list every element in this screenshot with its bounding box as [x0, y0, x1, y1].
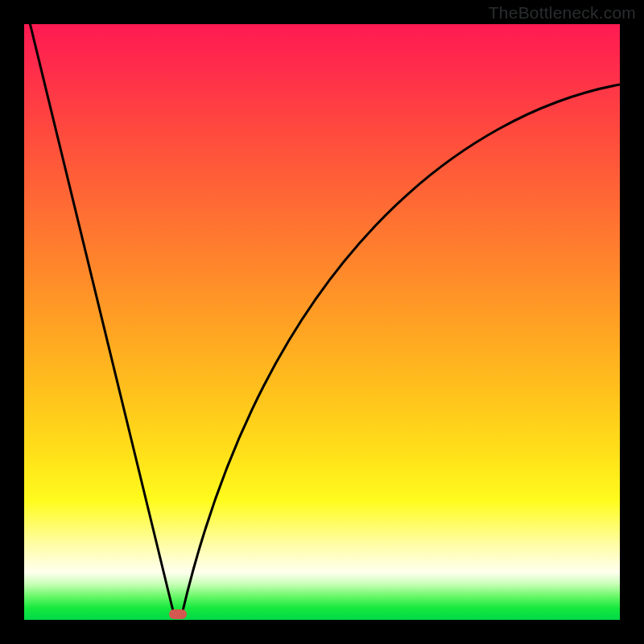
watermark-text: TheBottleneck.com: [489, 3, 636, 23]
curve-right-arm: [182, 85, 620, 614]
chart-plot-area: [24, 24, 620, 620]
curve-vertex-marker: [169, 609, 187, 619]
chart-frame: TheBottleneck.com: [0, 0, 644, 644]
chart-curves: [24, 24, 620, 620]
curve-left-arm: [28, 24, 174, 614]
